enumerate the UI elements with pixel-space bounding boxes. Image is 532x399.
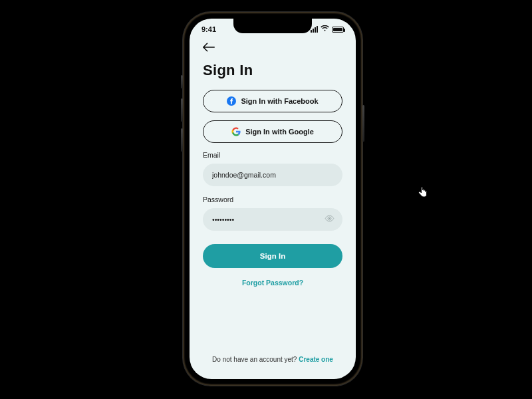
facebook-signin-label: Sign In with Facebook xyxy=(241,97,318,105)
svg-point-1 xyxy=(329,218,331,219)
wifi-icon xyxy=(321,25,329,33)
password-label: Password xyxy=(203,196,342,203)
phone-frame: 9:41 Sign In Sign In with Facebook xyxy=(183,12,362,386)
eye-icon[interactable] xyxy=(325,213,334,225)
email-field[interactable] xyxy=(203,164,342,186)
battery-icon xyxy=(332,27,344,33)
page-title: Sign In xyxy=(203,62,342,79)
signup-footer: Do not have an account yet? Create one xyxy=(190,356,356,363)
email-label: Email xyxy=(203,151,342,159)
signin-button[interactable]: Sign In xyxy=(203,244,342,268)
mute-switch xyxy=(181,75,183,88)
volume-down-button xyxy=(181,128,183,152)
volume-up-button xyxy=(181,98,183,122)
power-button xyxy=(362,105,364,142)
screen: 9:41 Sign In Sign In with Facebook xyxy=(190,19,356,379)
google-signin-button[interactable]: Sign In with Google xyxy=(203,120,342,143)
password-field[interactable] xyxy=(203,208,342,231)
status-right xyxy=(311,25,344,33)
mouse-cursor-icon xyxy=(418,186,427,200)
forgot-password-link[interactable]: Forgot Password? xyxy=(203,279,342,287)
google-signin-label: Sign In with Google xyxy=(245,128,314,136)
facebook-icon xyxy=(227,96,236,106)
notch xyxy=(233,19,312,33)
google-icon xyxy=(231,127,241,136)
facebook-signin-button[interactable]: Sign In with Facebook xyxy=(203,90,342,112)
status-time: 9:41 xyxy=(201,25,216,33)
back-button[interactable] xyxy=(203,41,215,55)
signup-prompt: Do not have an account yet? xyxy=(212,356,299,363)
cellular-icon xyxy=(311,26,318,33)
create-account-link[interactable]: Create one xyxy=(299,356,333,363)
